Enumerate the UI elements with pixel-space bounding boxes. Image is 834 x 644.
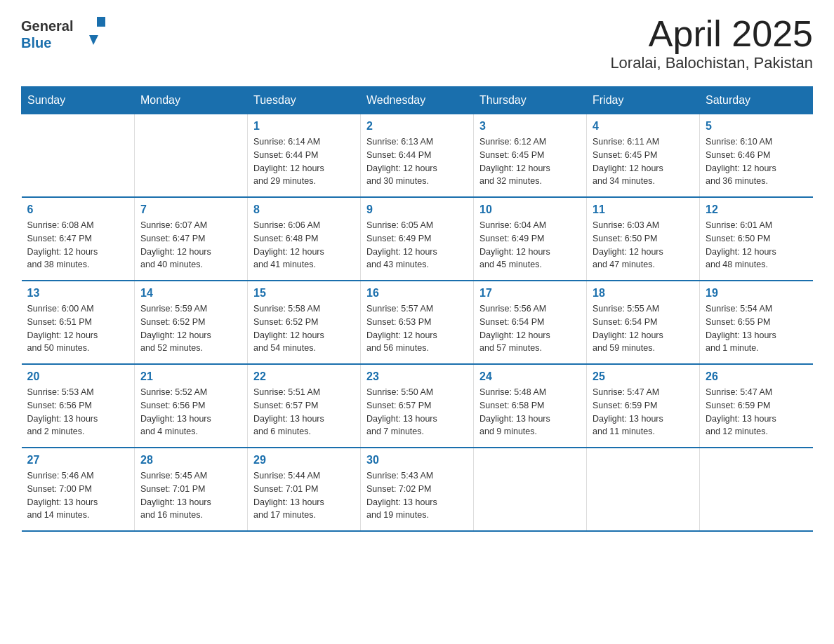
day-number: 6 [27, 203, 129, 216]
calendar-cell: 28Sunrise: 5:45 AMSunset: 7:01 PMDayligh… [135, 448, 248, 531]
calendar-week-row: 6Sunrise: 6:08 AMSunset: 6:47 PMDaylight… [22, 197, 813, 281]
calendar-cell: 16Sunrise: 5:57 AMSunset: 6:53 PMDayligh… [361, 281, 474, 364]
day-info: Sunrise: 5:48 AMSunset: 6:58 PMDaylight:… [479, 386, 581, 438]
calendar-cell: 25Sunrise: 5:47 AMSunset: 6:59 PMDayligh… [587, 364, 700, 448]
day-number: 25 [593, 370, 694, 383]
calendar-cell: 29Sunrise: 5:44 AMSunset: 7:01 PMDayligh… [248, 448, 361, 531]
calendar-cell: 3Sunrise: 6:12 AMSunset: 6:45 PMDaylight… [474, 114, 587, 198]
day-info: Sunrise: 5:43 AMSunset: 7:02 PMDaylight:… [366, 469, 468, 522]
day-info: Sunrise: 6:00 AMSunset: 6:51 PMDaylight:… [27, 302, 129, 355]
calendar-cell: 15Sunrise: 5:58 AMSunset: 6:52 PMDayligh… [248, 281, 361, 364]
calendar-cell: 4Sunrise: 6:11 AMSunset: 6:45 PMDaylight… [587, 114, 700, 198]
calendar-cell: 17Sunrise: 5:56 AMSunset: 6:54 PMDayligh… [474, 281, 587, 364]
day-number: 30 [366, 454, 468, 467]
day-number: 1 [253, 120, 355, 133]
calendar-cell: 7Sunrise: 6:07 AMSunset: 6:47 PMDaylight… [135, 197, 248, 281]
day-number: 24 [479, 370, 581, 383]
day-info: Sunrise: 6:10 AMSunset: 6:46 PMDaylight:… [706, 135, 807, 188]
day-number: 8 [253, 203, 355, 216]
day-info: Sunrise: 6:05 AMSunset: 6:49 PMDaylight:… [366, 219, 468, 271]
calendar-cell: 10Sunrise: 6:04 AMSunset: 6:49 PMDayligh… [474, 197, 587, 281]
calendar-header-row: Sunday Monday Tuesday Wednesday Thursday… [22, 87, 813, 114]
day-number: 15 [253, 287, 355, 300]
logo: General Blue [21, 14, 105, 56]
svg-text:Blue: Blue [21, 35, 51, 51]
title-block: April 2025 Loralai, Balochistan, Pakista… [610, 14, 813, 72]
day-number: 11 [593, 203, 694, 216]
calendar-week-row: 27Sunrise: 5:46 AMSunset: 7:00 PMDayligh… [22, 448, 813, 531]
calendar-cell: 22Sunrise: 5:51 AMSunset: 6:57 PMDayligh… [248, 364, 361, 448]
day-info: Sunrise: 5:53 AMSunset: 6:56 PMDaylight:… [27, 386, 129, 438]
day-number: 19 [706, 287, 807, 300]
calendar-cell: 1Sunrise: 6:14 AMSunset: 6:44 PMDaylight… [248, 114, 361, 198]
day-number: 18 [593, 287, 694, 300]
day-info: Sunrise: 5:57 AMSunset: 6:53 PMDaylight:… [366, 302, 468, 355]
day-info: Sunrise: 5:59 AMSunset: 6:52 PMDaylight:… [140, 302, 241, 355]
day-number: 9 [366, 203, 468, 216]
day-number: 29 [253, 454, 355, 467]
calendar-cell: 8Sunrise: 6:06 AMSunset: 6:48 PMDaylight… [248, 197, 361, 281]
calendar-cell [700, 448, 813, 531]
day-info: Sunrise: 5:47 AMSunset: 6:59 PMDaylight:… [593, 386, 694, 438]
day-info: Sunrise: 6:04 AMSunset: 6:49 PMDaylight:… [479, 219, 581, 271]
day-number: 21 [140, 370, 241, 383]
day-number: 13 [27, 287, 129, 300]
svg-marker-4 [89, 35, 98, 45]
header-thursday: Thursday [474, 87, 587, 114]
day-info: Sunrise: 6:08 AMSunset: 6:47 PMDaylight:… [27, 219, 129, 271]
day-number: 10 [479, 203, 581, 216]
calendar-cell [587, 448, 700, 531]
calendar-cell: 27Sunrise: 5:46 AMSunset: 7:00 PMDayligh… [22, 448, 135, 531]
day-info: Sunrise: 5:46 AMSunset: 7:00 PMDaylight:… [27, 469, 129, 522]
day-number: 3 [479, 120, 581, 133]
svg-text:General: General [21, 18, 73, 34]
calendar-cell [22, 114, 135, 198]
day-info: Sunrise: 6:07 AMSunset: 6:47 PMDaylight:… [140, 219, 241, 271]
day-number: 22 [253, 370, 355, 383]
day-info: Sunrise: 6:13 AMSunset: 6:44 PMDaylight:… [366, 135, 468, 188]
day-info: Sunrise: 5:50 AMSunset: 6:57 PMDaylight:… [366, 386, 468, 438]
day-number: 7 [140, 203, 241, 216]
day-info: Sunrise: 5:52 AMSunset: 6:56 PMDaylight:… [140, 386, 241, 438]
calendar-week-row: 13Sunrise: 6:00 AMSunset: 6:51 PMDayligh… [22, 281, 813, 364]
day-info: Sunrise: 6:11 AMSunset: 6:45 PMDaylight:… [593, 135, 694, 188]
day-info: Sunrise: 5:47 AMSunset: 6:59 PMDaylight:… [706, 386, 807, 438]
day-info: Sunrise: 6:12 AMSunset: 6:45 PMDaylight:… [479, 135, 581, 188]
calendar-cell: 20Sunrise: 5:53 AMSunset: 6:56 PMDayligh… [22, 364, 135, 448]
calendar-cell [474, 448, 587, 531]
day-number: 12 [706, 203, 807, 216]
day-number: 5 [706, 120, 807, 133]
day-info: Sunrise: 5:58 AMSunset: 6:52 PMDaylight:… [253, 302, 355, 355]
day-info: Sunrise: 6:03 AMSunset: 6:50 PMDaylight:… [593, 219, 694, 271]
calendar-cell: 19Sunrise: 5:54 AMSunset: 6:55 PMDayligh… [700, 281, 813, 364]
calendar-cell: 30Sunrise: 5:43 AMSunset: 7:02 PMDayligh… [361, 448, 474, 531]
logo-svg: General Blue [21, 14, 105, 56]
day-number: 16 [366, 287, 468, 300]
day-info: Sunrise: 5:45 AMSunset: 7:01 PMDaylight:… [140, 469, 241, 522]
day-info: Sunrise: 5:44 AMSunset: 7:01 PMDaylight:… [253, 469, 355, 522]
calendar-cell: 5Sunrise: 6:10 AMSunset: 6:46 PMDaylight… [700, 114, 813, 198]
header-monday: Monday [135, 87, 248, 114]
calendar-week-row: 20Sunrise: 5:53 AMSunset: 6:56 PMDayligh… [22, 364, 813, 448]
day-number: 23 [366, 370, 468, 383]
day-info: Sunrise: 6:14 AMSunset: 6:44 PMDaylight:… [253, 135, 355, 188]
header-tuesday: Tuesday [248, 87, 361, 114]
calendar-title: April 2025 [610, 14, 813, 54]
calendar-cell: 24Sunrise: 5:48 AMSunset: 6:58 PMDayligh… [474, 364, 587, 448]
calendar-cell: 26Sunrise: 5:47 AMSunset: 6:59 PMDayligh… [700, 364, 813, 448]
day-info: Sunrise: 6:01 AMSunset: 6:50 PMDaylight:… [706, 219, 807, 271]
day-info: Sunrise: 5:55 AMSunset: 6:54 PMDaylight:… [593, 302, 694, 355]
day-number: 17 [479, 287, 581, 300]
calendar-cell: 6Sunrise: 6:08 AMSunset: 6:47 PMDaylight… [22, 197, 135, 281]
page-header: General Blue April 2025 Loralai, Balochi… [21, 14, 813, 72]
header-saturday: Saturday [700, 87, 813, 114]
day-info: Sunrise: 6:06 AMSunset: 6:48 PMDaylight:… [253, 219, 355, 271]
header-wednesday: Wednesday [361, 87, 474, 114]
day-number: 2 [366, 120, 468, 133]
calendar-cell: 12Sunrise: 6:01 AMSunset: 6:50 PMDayligh… [700, 197, 813, 281]
day-number: 14 [140, 287, 241, 300]
header-friday: Friday [587, 87, 700, 114]
calendar-week-row: 1Sunrise: 6:14 AMSunset: 6:44 PMDaylight… [22, 114, 813, 198]
calendar-cell: 18Sunrise: 5:55 AMSunset: 6:54 PMDayligh… [587, 281, 700, 364]
day-number: 27 [27, 454, 129, 467]
